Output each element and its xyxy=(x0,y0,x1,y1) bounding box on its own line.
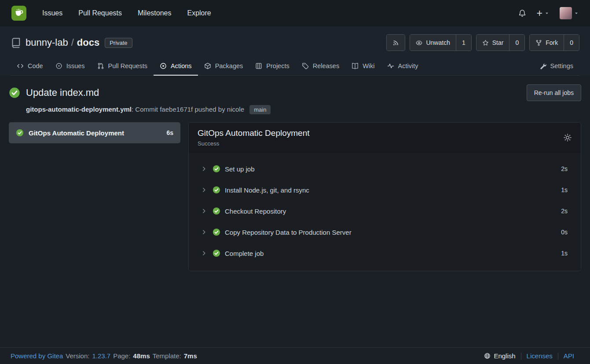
tab-activity[interactable]: Activity xyxy=(381,57,425,76)
tab-label: Settings xyxy=(550,62,573,69)
powered-by-link[interactable]: Powered by Gitea xyxy=(11,352,63,360)
create-new-menu[interactable]: + xyxy=(537,8,549,18)
nav-item-explore[interactable]: Explore xyxy=(187,9,211,17)
chevron-right-icon xyxy=(201,208,207,214)
step-duration: 2s xyxy=(561,207,568,215)
star-label: Star xyxy=(492,39,504,46)
wrench-icon xyxy=(539,62,546,69)
tab-label: Actions xyxy=(171,62,192,69)
top-navbar: Issues Pull Requests Milestones Explore … xyxy=(0,0,590,26)
forks-count[interactable]: 0 xyxy=(564,35,579,51)
job-list: GitOps Automatic Deployment 6s xyxy=(9,122,180,143)
fork-button[interactable]: Fork xyxy=(530,35,564,51)
template-time-label: Template: xyxy=(153,352,181,360)
watchers-count[interactable]: 1 xyxy=(456,35,471,51)
success-check-icon xyxy=(213,186,220,194)
footer: Powered by Gitea Version: 1.23.7 Page: 4… xyxy=(0,347,590,364)
chevron-down-icon xyxy=(574,11,579,15)
rss-icon xyxy=(392,40,399,46)
unwatch-button[interactable]: Unwatch xyxy=(410,35,455,51)
pull-request-icon xyxy=(97,62,104,69)
tab-releases[interactable]: Releases xyxy=(296,57,345,76)
tab-issues[interactable]: Issues xyxy=(49,57,91,76)
api-link[interactable]: API xyxy=(558,352,579,360)
tab-label: Wiki xyxy=(363,62,374,69)
repo-action-buttons: Unwatch 1 Star 0 Fork 0 xyxy=(386,34,579,51)
tab-actions[interactable]: Actions xyxy=(154,57,198,76)
fork-icon xyxy=(535,40,542,46)
job-list-item-selected[interactable]: GitOps Automatic Deployment 6s xyxy=(9,122,180,143)
star-button[interactable]: Star xyxy=(476,35,509,51)
success-check-icon xyxy=(16,129,24,137)
globe-icon xyxy=(484,353,491,359)
template-time-value: 7ms xyxy=(184,352,197,360)
stars-count[interactable]: 0 xyxy=(509,35,524,51)
unwatch-label: Unwatch xyxy=(426,39,450,46)
success-check-icon xyxy=(213,249,220,257)
footer-left: Powered by Gitea Version: 1.23.7 Page: 4… xyxy=(11,352,197,360)
success-check-icon xyxy=(213,207,220,215)
nav-item-issues[interactable]: Issues xyxy=(42,9,62,17)
step-row[interactable]: Set up job 2s xyxy=(189,158,581,179)
version-link[interactable]: 1.23.7 xyxy=(92,352,110,360)
fork-button-group: Fork 0 xyxy=(529,34,579,51)
notifications-button[interactable] xyxy=(518,9,526,17)
bell-icon xyxy=(518,9,526,17)
workflow-file-link[interactable]: gitops-automatic-deployment.yml xyxy=(26,106,132,113)
tab-packages[interactable]: Packages xyxy=(198,57,249,76)
job-steps: Set up job 2s Install Node.js, git, and … xyxy=(189,153,581,271)
rerun-all-jobs-button[interactable]: Re-run all jobs xyxy=(527,84,581,101)
step-name: Complete job xyxy=(225,250,264,257)
tab-settings[interactable]: Settings xyxy=(533,57,579,76)
branch-badge[interactable]: main xyxy=(249,105,271,114)
version-label: Version: xyxy=(66,352,89,360)
repo-tab-bar: Code Issues Pull Requests Actions Packag… xyxy=(11,57,579,76)
fork-label: Fork xyxy=(546,39,558,46)
repo-icon xyxy=(11,37,21,48)
tab-label: Pull Requests xyxy=(108,62,147,69)
watch-button-group: Unwatch 1 xyxy=(410,34,471,51)
eye-icon xyxy=(416,40,422,46)
rss-button[interactable] xyxy=(387,35,405,51)
issue-icon xyxy=(55,62,62,69)
step-duration: 1s xyxy=(561,250,568,257)
step-row[interactable]: Complete job 1s xyxy=(189,243,581,264)
language-selector[interactable]: English xyxy=(479,352,520,360)
avatar xyxy=(560,7,572,19)
repo-header: bunny-lab / docs Private Unwatch 1 Star xyxy=(0,26,590,76)
repo-name-link[interactable]: docs xyxy=(77,37,99,48)
repo-owner-link[interactable]: bunny-lab xyxy=(26,37,68,48)
repo-title-row: bunny-lab / docs Private Unwatch 1 Star xyxy=(11,34,579,51)
step-duration: 0s xyxy=(561,229,568,236)
chevron-right-icon xyxy=(201,166,207,172)
tab-label: Packages xyxy=(215,62,243,69)
tab-label: Code xyxy=(28,62,43,69)
nav-item-milestones[interactable]: Milestones xyxy=(138,9,171,17)
step-name: Set up job xyxy=(225,165,255,173)
success-check-icon xyxy=(213,228,220,236)
step-row[interactable]: Copy Repository Data to Production Serve… xyxy=(189,222,581,243)
commit-text: : Commit faebe1671f pushed by nicole xyxy=(132,106,244,113)
job-panel-header: GitOps Automatic Deployment Success xyxy=(189,123,581,153)
job-detail-panel: GitOps Automatic Deployment Success Set … xyxy=(188,122,581,271)
success-check-icon xyxy=(9,87,20,98)
step-row[interactable]: Checkout Repository 2s xyxy=(189,200,581,222)
book-icon xyxy=(352,62,359,69)
tab-projects[interactable]: Projects xyxy=(249,57,295,76)
licenses-link[interactable]: Licenses xyxy=(521,352,558,360)
gear-icon[interactable] xyxy=(563,133,572,142)
chevron-right-icon xyxy=(201,187,207,193)
tab-wiki[interactable]: Wiki xyxy=(345,57,381,76)
tab-code[interactable]: Code xyxy=(11,57,49,76)
user-menu[interactable] xyxy=(560,7,579,19)
tab-pull-requests[interactable]: Pull Requests xyxy=(91,57,154,76)
job-duration: 6s xyxy=(166,129,173,136)
step-row[interactable]: Install Node.js, git, and rsync 1s xyxy=(189,179,581,200)
play-circle-icon xyxy=(160,62,167,69)
star-button-group: Star 0 xyxy=(476,34,525,51)
language-label: English xyxy=(494,352,515,360)
nav-item-pull-requests[interactable]: Pull Requests xyxy=(78,9,122,17)
run-title: Update index.md xyxy=(26,87,99,98)
gitea-logo[interactable] xyxy=(11,6,26,21)
job-panel-title: GitOps Automatic Deployment xyxy=(198,128,310,138)
